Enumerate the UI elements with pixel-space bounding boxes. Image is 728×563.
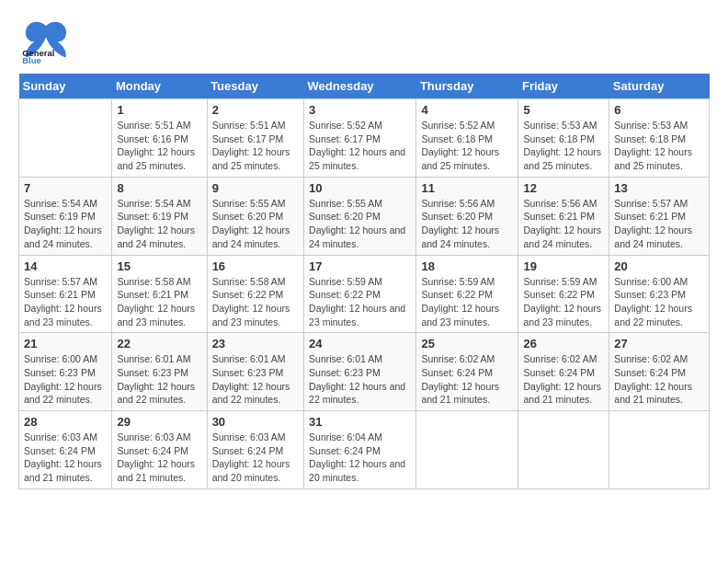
calendar-cell: 28Sunrise: 6:03 AM Sunset: 6:24 PM Dayli… bbox=[19, 411, 112, 489]
day-number: 14 bbox=[24, 259, 107, 273]
calendar-cell: 15Sunrise: 5:58 AM Sunset: 6:21 PM Dayli… bbox=[112, 255, 207, 333]
day-info: Sunrise: 5:59 AM Sunset: 6:22 PM Dayligh… bbox=[523, 275, 604, 329]
day-info: Sunrise: 5:52 AM Sunset: 6:18 PM Dayligh… bbox=[421, 119, 513, 173]
day-number: 30 bbox=[212, 415, 299, 429]
calendar-cell: 23Sunrise: 6:01 AM Sunset: 6:23 PM Dayli… bbox=[207, 333, 303, 411]
day-number: 18 bbox=[421, 259, 513, 273]
day-number: 7 bbox=[24, 181, 107, 195]
weekday-header-wednesday: Wednesday bbox=[304, 74, 416, 99]
day-number: 9 bbox=[212, 181, 299, 195]
day-number: 12 bbox=[523, 181, 604, 195]
day-info: Sunrise: 5:57 AM Sunset: 6:21 PM Dayligh… bbox=[614, 197, 704, 251]
day-number: 23 bbox=[212, 337, 299, 350]
day-number: 17 bbox=[309, 259, 411, 273]
weekday-header-monday: Monday bbox=[112, 74, 207, 99]
day-info: Sunrise: 5:58 AM Sunset: 6:21 PM Dayligh… bbox=[117, 275, 201, 329]
calendar-cell: 2Sunrise: 5:51 AM Sunset: 6:17 PM Daylig… bbox=[207, 99, 303, 178]
calendar-cell: 31Sunrise: 6:04 AM Sunset: 6:24 PM Dayli… bbox=[304, 411, 416, 489]
day-info: Sunrise: 5:53 AM Sunset: 6:18 PM Dayligh… bbox=[614, 119, 704, 173]
calendar-table: SundayMondayTuesdayWednesdayThursdayFrid… bbox=[18, 74, 710, 489]
day-info: Sunrise: 6:02 AM Sunset: 6:24 PM Dayligh… bbox=[614, 352, 704, 407]
weekday-header-tuesday: Tuesday bbox=[207, 74, 303, 99]
day-number: 10 bbox=[309, 181, 411, 195]
day-info: Sunrise: 5:58 AM Sunset: 6:22 PM Dayligh… bbox=[212, 275, 299, 329]
day-number: 1 bbox=[117, 103, 201, 117]
day-number: 3 bbox=[309, 103, 411, 117]
day-number: 13 bbox=[614, 181, 704, 195]
calendar-cell: 7Sunrise: 5:54 AM Sunset: 6:19 PM Daylig… bbox=[19, 177, 112, 255]
calendar-cell: 14Sunrise: 5:57 AM Sunset: 6:21 PM Dayli… bbox=[19, 255, 112, 333]
calendar-week-row: 1Sunrise: 5:51 AM Sunset: 6:16 PM Daylig… bbox=[19, 99, 710, 178]
calendar-week-row: 28Sunrise: 6:03 AM Sunset: 6:24 PM Dayli… bbox=[19, 411, 710, 489]
calendar-cell: 22Sunrise: 6:01 AM Sunset: 6:23 PM Dayli… bbox=[112, 333, 207, 411]
day-info: Sunrise: 6:01 AM Sunset: 6:23 PM Dayligh… bbox=[117, 352, 201, 407]
calendar-cell: 12Sunrise: 5:56 AM Sunset: 6:21 PM Dayli… bbox=[518, 177, 609, 255]
calendar-cell: 30Sunrise: 6:03 AM Sunset: 6:24 PM Dayli… bbox=[207, 411, 303, 489]
day-number: 15 bbox=[117, 259, 201, 273]
day-info: Sunrise: 5:59 AM Sunset: 6:22 PM Dayligh… bbox=[421, 275, 513, 329]
weekday-header-friday: Friday bbox=[518, 74, 609, 99]
calendar-cell: 4Sunrise: 5:52 AM Sunset: 6:18 PM Daylig… bbox=[416, 99, 518, 178]
day-info: Sunrise: 6:00 AM Sunset: 6:23 PM Dayligh… bbox=[614, 275, 704, 329]
day-number: 11 bbox=[421, 181, 513, 195]
calendar-cell: 1Sunrise: 5:51 AM Sunset: 6:16 PM Daylig… bbox=[112, 99, 207, 178]
calendar-cell: 20Sunrise: 6:00 AM Sunset: 6:23 PM Dayli… bbox=[609, 255, 710, 333]
day-info: Sunrise: 5:56 AM Sunset: 6:20 PM Dayligh… bbox=[421, 197, 513, 251]
day-number: 5 bbox=[523, 103, 604, 117]
calendar-week-row: 14Sunrise: 5:57 AM Sunset: 6:21 PM Dayli… bbox=[19, 255, 710, 333]
calendar-cell: 24Sunrise: 6:01 AM Sunset: 6:23 PM Dayli… bbox=[304, 333, 416, 411]
day-info: Sunrise: 6:03 AM Sunset: 6:24 PM Dayligh… bbox=[117, 431, 201, 485]
day-number: 24 bbox=[309, 337, 411, 350]
calendar-cell: 25Sunrise: 6:02 AM Sunset: 6:24 PM Dayli… bbox=[416, 333, 518, 411]
day-number: 2 bbox=[212, 103, 299, 117]
calendar-cell: 21Sunrise: 6:00 AM Sunset: 6:23 PM Dayli… bbox=[19, 333, 112, 411]
weekday-header-thursday: Thursday bbox=[416, 74, 518, 99]
day-number: 27 bbox=[614, 337, 704, 350]
day-number: 26 bbox=[523, 337, 604, 350]
day-info: Sunrise: 5:55 AM Sunset: 6:20 PM Dayligh… bbox=[212, 197, 299, 251]
day-info: Sunrise: 6:04 AM Sunset: 6:24 PM Dayligh… bbox=[309, 431, 411, 485]
calendar-cell bbox=[518, 411, 609, 489]
day-info: Sunrise: 6:00 AM Sunset: 6:23 PM Dayligh… bbox=[24, 352, 107, 407]
calendar-cell: 29Sunrise: 6:03 AM Sunset: 6:24 PM Dayli… bbox=[112, 411, 207, 489]
calendar-cell: 26Sunrise: 6:02 AM Sunset: 6:24 PM Dayli… bbox=[518, 333, 609, 411]
calendar-cell: 27Sunrise: 6:02 AM Sunset: 6:24 PM Dayli… bbox=[609, 333, 710, 411]
day-number: 16 bbox=[212, 259, 299, 273]
day-info: Sunrise: 5:52 AM Sunset: 6:17 PM Dayligh… bbox=[309, 119, 411, 173]
day-info: Sunrise: 5:56 AM Sunset: 6:21 PM Dayligh… bbox=[523, 197, 604, 251]
calendar-cell: 10Sunrise: 5:55 AM Sunset: 6:20 PM Dayli… bbox=[304, 177, 416, 255]
calendar-cell: 6Sunrise: 5:53 AM Sunset: 6:18 PM Daylig… bbox=[609, 99, 710, 178]
day-number: 31 bbox=[309, 415, 411, 429]
day-number: 6 bbox=[614, 103, 704, 117]
calendar-cell: 5Sunrise: 5:53 AM Sunset: 6:18 PM Daylig… bbox=[518, 99, 609, 178]
day-number: 8 bbox=[117, 181, 201, 195]
calendar-cell: 17Sunrise: 5:59 AM Sunset: 6:22 PM Dayli… bbox=[304, 255, 416, 333]
calendar-cell: 9Sunrise: 5:55 AM Sunset: 6:20 PM Daylig… bbox=[207, 177, 303, 255]
day-info: Sunrise: 6:02 AM Sunset: 6:24 PM Dayligh… bbox=[523, 352, 604, 407]
calendar-cell bbox=[19, 99, 112, 178]
day-info: Sunrise: 5:54 AM Sunset: 6:19 PM Dayligh… bbox=[117, 197, 201, 251]
calendar-week-row: 7Sunrise: 5:54 AM Sunset: 6:19 PM Daylig… bbox=[19, 177, 710, 255]
day-info: Sunrise: 6:03 AM Sunset: 6:24 PM Dayligh… bbox=[24, 431, 107, 485]
weekday-header-saturday: Saturday bbox=[609, 74, 710, 99]
day-info: Sunrise: 6:02 AM Sunset: 6:24 PM Dayligh… bbox=[421, 352, 513, 407]
calendar-cell bbox=[609, 411, 710, 489]
day-number: 29 bbox=[117, 415, 201, 429]
calendar-cell: 3Sunrise: 5:52 AM Sunset: 6:17 PM Daylig… bbox=[304, 99, 416, 178]
calendar-cell: 19Sunrise: 5:59 AM Sunset: 6:22 PM Dayli… bbox=[518, 255, 609, 333]
weekday-header-row: SundayMondayTuesdayWednesdayThursdayFrid… bbox=[19, 74, 710, 99]
day-number: 4 bbox=[421, 103, 513, 117]
day-number: 19 bbox=[523, 259, 604, 273]
logo: General Blue bbox=[18, 18, 74, 64]
day-info: Sunrise: 6:01 AM Sunset: 6:23 PM Dayligh… bbox=[309, 352, 411, 407]
calendar-cell: 18Sunrise: 5:59 AM Sunset: 6:22 PM Dayli… bbox=[416, 255, 518, 333]
day-number: 28 bbox=[24, 415, 107, 429]
calendar-cell bbox=[416, 411, 518, 489]
calendar-cell: 8Sunrise: 5:54 AM Sunset: 6:19 PM Daylig… bbox=[112, 177, 207, 255]
logo-icon: General Blue bbox=[18, 18, 74, 64]
day-info: Sunrise: 5:59 AM Sunset: 6:22 PM Dayligh… bbox=[309, 275, 411, 329]
day-info: Sunrise: 5:51 AM Sunset: 6:17 PM Dayligh… bbox=[212, 119, 299, 173]
page-header: General Blue bbox=[18, 18, 710, 64]
svg-text:Blue: Blue bbox=[22, 55, 40, 64]
day-info: Sunrise: 5:54 AM Sunset: 6:19 PM Dayligh… bbox=[24, 197, 107, 251]
